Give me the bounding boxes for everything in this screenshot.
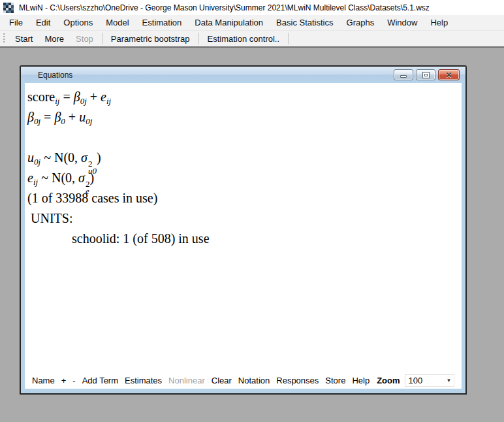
close-icon: ✕ [445, 71, 452, 79]
window-controls: ✕ [394, 69, 460, 80]
toolbar-button-stop[interactable]: Stop [70, 32, 99, 46]
equations-toolbar-buttons: Name+-Add TermEstimatesNonlinearClearNot… [29, 376, 373, 385]
menu-item-basic-statistics[interactable]: Basic Statistics [270, 15, 339, 30]
toolbar-button-estimation-control[interactable]: Estimation control.. [202, 32, 286, 46]
equation-line[interactable]: u0j ~ N(0, σ2u0) [27, 148, 462, 168]
zoom-combobox[interactable]: 100 ▼ [405, 374, 454, 387]
menu-item-estimation[interactable]: Estimation [136, 15, 189, 30]
zoom-value: 100 [405, 376, 445, 385]
app-title: MLwiN - C:\Users\szzho\OneDrive - George… [19, 3, 430, 12]
toolbar-separator [198, 33, 199, 44]
restore-icon [422, 72, 430, 78]
toolbar-grip-handle[interactable] [3, 33, 5, 44]
equation-line[interactable]: eij ~ N(0, σ2e) [27, 168, 462, 188]
equations-toolbar: Name+-Add TermEstimatesNonlinearClearNot… [25, 372, 462, 389]
menu-item-model[interactable]: Model [99, 15, 135, 30]
zoom-label: Zoom [373, 376, 402, 385]
equations-title-bar[interactable]: Equations ✕ [21, 67, 465, 83]
eq-toolbar-button-store[interactable]: Store [322, 376, 349, 385]
toolbar-separator [102, 33, 102, 44]
equations-body: scoreij = β0j + eijβ0j = β0 + u0ju0j ~ N… [25, 83, 462, 389]
eq-toolbar-button-help[interactable]: Help [349, 376, 373, 385]
toolbar-button-start[interactable]: Start [9, 32, 39, 46]
menu-item-edit[interactable]: Edit [29, 15, 57, 30]
equation-line[interactable]: β0j = β0 + u0j [27, 107, 462, 127]
equation-blank-line [27, 127, 462, 148]
minimize-icon [400, 75, 407, 78]
restore-button[interactable] [416, 69, 435, 80]
eq-toolbar-button-estimates[interactable]: Estimates [121, 376, 165, 385]
equation-line[interactable]: scoreij = β0j + eij [27, 87, 462, 107]
eq-toolbar-button-clear[interactable]: Clear [208, 376, 235, 385]
equations-canvas[interactable]: scoreij = β0j + eijβ0j = β0 + u0ju0j ~ N… [25, 83, 462, 372]
menu-item-file[interactable]: File [3, 15, 29, 30]
mlwin-app-icon [3, 3, 14, 13]
eq-toolbar-button-responses[interactable]: Responses [273, 376, 322, 385]
eq-toolbar-button-notation[interactable]: Notation [235, 376, 273, 385]
menu-item-help[interactable]: Help [424, 15, 454, 30]
eq-toolbar-button-minus[interactable]: - [69, 376, 78, 385]
equation-line[interactable]: UNITS: [27, 208, 462, 229]
eq-toolbar-button-nonlinear[interactable]: Nonlinear [165, 376, 208, 385]
menu-item-data-manipulation[interactable]: Data Manipulation [188, 15, 270, 30]
menu-item-window[interactable]: Window [381, 15, 424, 30]
equations-window: Equations ✕ scoreij = β0j + eijβ0j = β0 … [20, 65, 467, 395]
toolbar-separator [288, 33, 289, 44]
mdi-workspace: Equations ✕ scoreij = β0j + eijβ0j = β0 … [0, 48, 504, 422]
minimize-button[interactable] [394, 69, 413, 80]
toolbar-button-more[interactable]: More [39, 32, 70, 46]
chevron-down-icon: ▼ [445, 378, 454, 383]
menu-item-graphs[interactable]: Graphs [340, 15, 381, 30]
main-toolbar: StartMoreStopParametric bootstrapEstimat… [0, 31, 504, 48]
menu-item-options[interactable]: Options [57, 15, 99, 30]
close-button[interactable]: ✕ [438, 69, 460, 80]
equations-window-title: Equations [38, 71, 72, 80]
equation-line[interactable]: schoolid: 1 (of 508) in use [27, 229, 462, 249]
toolbar-button-parametric-bootstrap[interactable]: Parametric bootstrap [105, 32, 196, 46]
eq-toolbar-button-add-term[interactable]: Add Term [79, 376, 121, 385]
equation-line[interactable]: (1 of 33988 cases in use) [27, 188, 462, 208]
eq-toolbar-button-name[interactable]: Name [29, 376, 58, 385]
eq-toolbar-button-plus[interactable]: + [58, 376, 70, 385]
app-title-bar[interactable]: MLwiN - C:\Users\szzho\OneDrive - George… [0, 0, 504, 15]
menu-bar: FileEditOptionsModelEstimationData Manip… [0, 15, 504, 31]
